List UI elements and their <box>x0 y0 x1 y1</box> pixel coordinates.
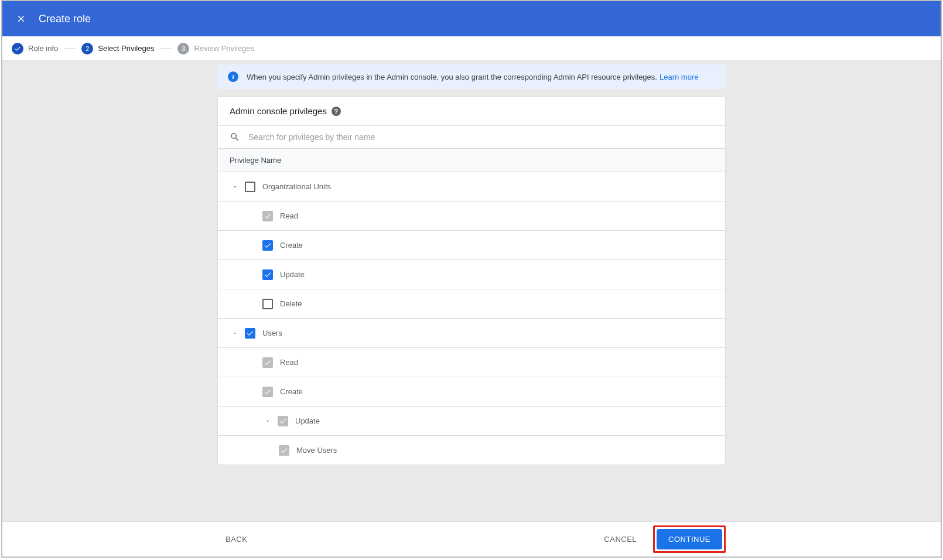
info-banner: i When you specify Admin privileges in t… <box>217 64 726 89</box>
header-bar: Create role <box>2 1 941 36</box>
privilege-row-users-create: Create <box>218 377 725 406</box>
step-select-privileges[interactable]: 2 Select Privileges <box>81 43 154 54</box>
checkbox-users-move <box>279 445 289 456</box>
column-header: Privilege Name <box>218 148 725 172</box>
search-input[interactable] <box>248 132 713 142</box>
step-number-icon: 2 <box>81 43 93 54</box>
cancel-button[interactable]: CANCEL <box>596 530 645 548</box>
search-row <box>218 125 725 148</box>
privilege-label: Users <box>262 329 282 337</box>
privilege-label: Create <box>280 241 303 250</box>
step-number-icon: 3 <box>177 43 189 54</box>
learn-more-link[interactable]: Learn more <box>660 73 698 81</box>
privilege-label: Organizational Units <box>262 182 331 191</box>
privilege-label: Move Users <box>296 446 337 455</box>
info-text: When you specify Admin privileges in the… <box>247 73 657 81</box>
checkbox-users[interactable] <box>245 328 255 339</box>
content-area: i When you specify Admin privileges in t… <box>2 61 941 521</box>
search-icon <box>230 132 240 142</box>
footer-bar: BACK CANCEL CONTINUE <box>2 521 941 556</box>
help-icon[interactable]: ? <box>332 107 341 116</box>
continue-highlight: CONTINUE <box>653 525 726 553</box>
privilege-row-org-update: Update <box>218 259 725 289</box>
checkbox-org-units[interactable] <box>245 182 255 192</box>
info-icon: i <box>228 71 238 82</box>
step-label: Select Privileges <box>98 44 154 53</box>
privilege-label: Read <box>280 211 298 220</box>
page-title: Create role <box>39 13 91 25</box>
stepper: Role info 2 Select Privileges 3 Review P… <box>2 36 941 61</box>
privilege-row-org-read: Read <box>218 201 725 230</box>
back-button[interactable]: BACK <box>217 530 255 548</box>
step-label: Role info <box>28 44 58 53</box>
card-title: Admin console privileges <box>230 106 327 116</box>
checkbox-users-create <box>262 387 273 397</box>
privilege-row-org-delete: Delete <box>218 289 725 318</box>
privilege-list: Organizational UnitsReadCreateUpdateDele… <box>218 172 725 465</box>
checkbox-users-update <box>278 416 288 426</box>
app-frame: Create role Role info 2 Select Privilege… <box>1 0 942 558</box>
checkbox-org-create[interactable] <box>262 240 273 251</box>
privilege-label: Create <box>280 387 303 396</box>
card-header: Admin console privileges ? <box>218 97 725 125</box>
privileges-card: Admin console privileges ? Privilege Nam… <box>217 96 726 465</box>
step-role-info[interactable]: Role info <box>12 43 58 54</box>
expand-arrow-icon[interactable] <box>230 328 240 339</box>
checkbox-org-delete[interactable] <box>262 299 273 309</box>
privilege-label: Update <box>280 270 305 279</box>
continue-button[interactable]: CONTINUE <box>657 529 722 549</box>
privilege-row-org-create: Create <box>218 230 725 259</box>
privilege-row-users-move: Move Users <box>218 435 725 465</box>
check-icon <box>12 43 23 54</box>
checkbox-org-update[interactable] <box>262 269 273 280</box>
privilege-row-org-units: Organizational Units <box>218 172 725 201</box>
expand-arrow-icon[interactable] <box>230 182 240 192</box>
privilege-row-users-read: Read <box>218 347 725 377</box>
expand-arrow-icon[interactable] <box>262 416 273 426</box>
close-icon[interactable] <box>14 12 28 26</box>
checkbox-org-read <box>262 211 273 221</box>
step-review-privileges[interactable]: 3 Review Privileges <box>177 43 254 54</box>
privilege-row-users: Users <box>218 318 725 347</box>
step-separator <box>64 48 76 49</box>
checkbox-users-read <box>262 357 273 368</box>
step-separator <box>160 48 172 49</box>
privilege-label: Read <box>280 358 298 367</box>
step-label: Review Privileges <box>194 44 254 53</box>
privilege-row-users-update: Update <box>218 406 725 435</box>
privilege-label: Update <box>295 416 320 425</box>
privilege-label: Delete <box>280 299 302 308</box>
